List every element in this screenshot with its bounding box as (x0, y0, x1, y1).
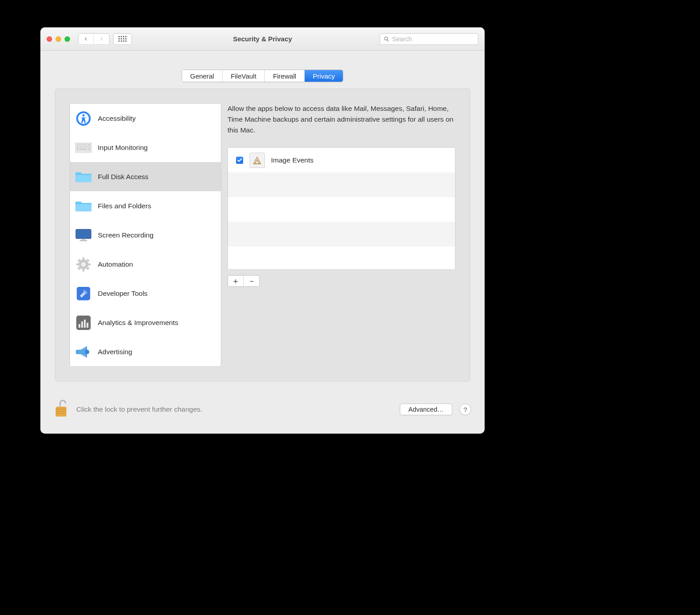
svg-rect-25 (83, 269, 84, 272)
category-label: Files and Folders (98, 202, 151, 210)
category-input-monitoring[interactable]: Input Monitoring (70, 133, 221, 162)
allowed-apps-list[interactable]: Image Events (228, 147, 455, 270)
category-analytics[interactable]: Analytics & Improvements (70, 308, 221, 337)
add-remove-buttons: ＋ － (228, 275, 260, 287)
show-all-prefs-button[interactable] (113, 33, 132, 45)
category-developer-tools[interactable]: Developer Tools (70, 279, 221, 308)
category-label: Accessibility (98, 114, 136, 123)
category-label: Input Monitoring (98, 144, 148, 152)
app-row-empty (228, 172, 455, 197)
tabs-container: General FileVault Firewall Privacy (40, 51, 485, 82)
preferences-window: ‹ › Security & Privacy General FileVault… (40, 27, 485, 434)
category-label: Screen Recording (98, 231, 153, 239)
plus-icon: ＋ (232, 276, 240, 286)
accessibility-icon (75, 110, 92, 127)
app-row-empty (228, 222, 455, 246)
hammer-icon (75, 286, 92, 302)
svg-rect-6 (81, 144, 83, 145)
svg-rect-11 (79, 146, 81, 148)
svg-rect-7 (83, 144, 85, 145)
category-screen-recording[interactable]: Screen Recording (70, 220, 221, 250)
privacy-panel: Accessibility Input Monitoring Full Disk… (55, 88, 470, 382)
svg-rect-10 (77, 146, 79, 148)
svg-point-2 (82, 114, 84, 116)
lock-message: Click the lock to prevent further change… (76, 405, 202, 413)
category-accessibility[interactable]: Accessibility (70, 104, 221, 133)
svg-rect-12 (82, 146, 83, 148)
chart-icon (75, 315, 92, 331)
advanced-button[interactable]: Advanced… (400, 404, 452, 415)
category-label: Analytics & Improvements (98, 319, 178, 327)
svg-rect-24 (83, 257, 84, 260)
remove-app-button[interactable]: － (244, 276, 259, 286)
search-input[interactable] (392, 35, 474, 43)
svg-rect-17 (80, 149, 87, 150)
svg-rect-18 (88, 149, 90, 150)
folder-icon (75, 198, 92, 214)
forward-button[interactable]: › (94, 34, 109, 44)
category-files-and-folders[interactable]: Files and Folders (70, 191, 221, 220)
tab-row: General FileVault Firewall Privacy (182, 70, 344, 82)
svg-point-23 (81, 262, 86, 267)
nav-back-forward: ‹ › (78, 33, 109, 45)
folder-icon (75, 169, 92, 185)
category-advertising[interactable]: Advertising (70, 337, 221, 366)
svg-rect-16 (77, 149, 79, 150)
permission-description: Allow the apps below to access data like… (228, 103, 455, 136)
add-app-button[interactable]: ＋ (228, 276, 244, 286)
chevron-right-icon: › (100, 35, 102, 42)
app-checkbox[interactable] (236, 157, 243, 164)
svg-rect-4 (77, 144, 78, 145)
svg-rect-21 (79, 240, 87, 241)
app-row-empty (228, 197, 455, 222)
keyboard-icon (75, 140, 92, 156)
svg-point-38 (85, 350, 89, 354)
help-button[interactable]: ? (459, 404, 471, 415)
tab-firewall[interactable]: Firewall (265, 70, 305, 82)
minus-icon: － (248, 276, 256, 286)
svg-rect-35 (81, 321, 83, 328)
category-list[interactable]: Accessibility Input Monitoring Full Disk… (70, 103, 221, 367)
window-controls (47, 36, 70, 42)
category-label: Advertising (98, 348, 132, 356)
detail-panel: Allow the apps below to access data like… (228, 103, 455, 367)
tab-privacy[interactable]: Privacy (305, 70, 343, 82)
svg-rect-27 (88, 264, 91, 265)
tab-general[interactable]: General (182, 70, 223, 82)
tab-filevault[interactable]: FileVault (223, 70, 265, 82)
svg-rect-13 (84, 146, 85, 148)
svg-rect-20 (81, 239, 85, 240)
close-window-button[interactable] (47, 36, 52, 42)
category-automation[interactable]: Automation (70, 250, 221, 279)
display-icon (75, 227, 92, 243)
window-title: Security & Privacy (233, 35, 292, 43)
gear-icon (75, 256, 92, 272)
back-button[interactable]: ‹ (79, 34, 94, 44)
svg-rect-5 (79, 144, 80, 145)
svg-rect-26 (76, 264, 79, 265)
svg-rect-14 (86, 146, 88, 148)
app-icon (249, 153, 265, 168)
search-field[interactable] (380, 33, 478, 45)
category-label: Developer Tools (98, 290, 148, 298)
minimize-window-button[interactable] (56, 36, 61, 42)
search-icon (384, 36, 389, 42)
svg-rect-39 (56, 407, 66, 417)
megaphone-icon (75, 344, 92, 360)
chevron-left-icon: ‹ (85, 35, 87, 42)
titlebar: ‹ › Security & Privacy (40, 27, 485, 51)
app-row-image-events[interactable]: Image Events (228, 148, 455, 172)
grid-icon (118, 36, 127, 42)
lock-icon[interactable] (54, 399, 69, 420)
category-label: Automation (98, 260, 133, 268)
category-full-disk-access[interactable]: Full Disk Access (70, 162, 221, 191)
zoom-window-button[interactable] (65, 36, 70, 42)
footer: Click the lock to prevent further change… (40, 394, 485, 434)
svg-rect-34 (79, 324, 80, 328)
app-row-empty (228, 246, 455, 270)
svg-rect-36 (84, 320, 86, 328)
svg-rect-15 (88, 146, 90, 148)
checkmark-icon (237, 158, 242, 163)
svg-rect-37 (87, 323, 88, 328)
svg-rect-33 (76, 316, 91, 330)
